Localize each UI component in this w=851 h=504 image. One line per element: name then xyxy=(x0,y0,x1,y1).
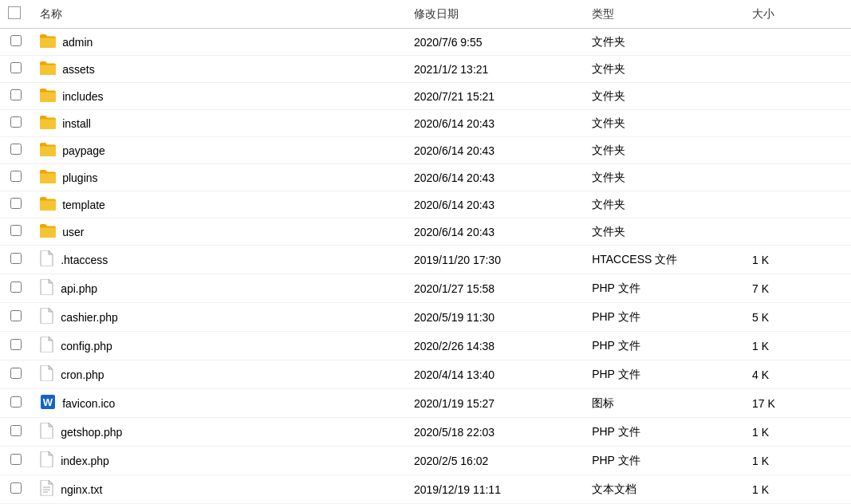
row-size-cell xyxy=(744,110,851,137)
table-row[interactable]: includes 2020/7/21 15:21文件夹 xyxy=(0,83,851,110)
file-name[interactable]: plugins xyxy=(62,171,97,184)
table-row[interactable]: template 2020/6/14 20:43文件夹 xyxy=(0,191,851,219)
row-type-cell: PHP 文件 xyxy=(584,360,744,389)
row-checkbox-cell[interactable] xyxy=(0,303,32,332)
row-checkbox-cell[interactable] xyxy=(0,447,32,475)
row-date-cell: 2020/6/14 20:43 xyxy=(406,137,584,164)
row-name-cell: getshop.php xyxy=(32,418,406,447)
row-checkbox[interactable] xyxy=(10,198,22,209)
row-checkbox-cell[interactable] xyxy=(0,219,32,246)
row-checkbox[interactable] xyxy=(10,482,22,494)
file-name[interactable]: paypage xyxy=(62,144,105,157)
file-name[interactable]: cron.php xyxy=(61,368,104,381)
table-row[interactable]: cron.php 2020/4/14 13:40PHP 文件4 K xyxy=(0,360,851,389)
row-checkbox[interactable] xyxy=(10,368,22,379)
row-checkbox[interactable] xyxy=(10,171,22,182)
row-checkbox-cell[interactable] xyxy=(0,360,32,389)
row-checkbox[interactable] xyxy=(10,89,22,100)
file-name[interactable]: cashier.php xyxy=(61,311,118,324)
file-name[interactable]: getshop.php xyxy=(61,426,122,439)
row-checkbox-cell[interactable] xyxy=(0,332,32,360)
row-type-cell: 文件夹 xyxy=(584,83,744,110)
row-name-cell: template xyxy=(32,191,406,219)
row-checkbox-cell[interactable] xyxy=(0,56,32,83)
file-name[interactable]: nginx.txt xyxy=(61,483,102,496)
row-checkbox[interactable] xyxy=(10,425,22,436)
table-row[interactable]: config.php 2020/2/26 14:38PHP 文件1 K xyxy=(0,332,851,360)
file-name[interactable]: admin xyxy=(62,36,93,49)
row-date-cell: 2020/6/14 20:43 xyxy=(406,191,584,219)
row-type-cell: 文本文档 xyxy=(584,475,744,504)
header-type: 类型 xyxy=(584,0,744,29)
row-checkbox-cell[interactable] xyxy=(0,110,32,137)
file-name[interactable]: includes xyxy=(62,90,103,103)
row-size-cell: 5 K xyxy=(744,303,851,332)
row-date-cell: 2020/1/27 15:58 xyxy=(406,274,584,303)
row-checkbox[interactable] xyxy=(10,454,22,465)
row-checkbox-cell[interactable] xyxy=(0,83,32,110)
file-table: 名称 修改日期 类型 大小 admin 2020/7/6 9:55文件夹 ass… xyxy=(0,0,851,504)
row-checkbox[interactable] xyxy=(10,339,22,350)
row-checkbox[interactable] xyxy=(10,35,22,46)
row-checkbox[interactable] xyxy=(10,310,22,321)
table-row[interactable]: assets 2021/1/2 13:21文件夹 xyxy=(0,56,851,83)
row-checkbox-cell[interactable] xyxy=(0,246,32,274)
row-name-cell: install xyxy=(32,110,406,137)
row-checkbox-cell[interactable] xyxy=(0,137,32,164)
row-checkbox[interactable] xyxy=(10,282,22,293)
row-checkbox[interactable] xyxy=(10,116,22,128)
file-name[interactable]: user xyxy=(62,226,84,238)
file-name[interactable]: assets xyxy=(62,63,94,76)
row-checkbox-cell[interactable] xyxy=(0,389,32,418)
row-type-cell: PHP 文件 xyxy=(584,303,744,332)
row-type-cell: 文件夹 xyxy=(584,110,744,137)
checkbox-header-box[interactable] xyxy=(8,6,21,19)
table-row[interactable]: api.php 2020/1/27 15:58PHP 文件7 K xyxy=(0,274,851,303)
row-size-cell xyxy=(744,191,851,219)
table-row[interactable]: user 2020/6/14 20:43文件夹 xyxy=(0,219,851,246)
row-checkbox-cell[interactable] xyxy=(0,418,32,447)
table-row[interactable]: index.php 2020/2/5 16:02PHP 文件1 K xyxy=(0,447,851,475)
row-checkbox[interactable] xyxy=(10,62,22,73)
row-checkbox[interactable] xyxy=(10,396,22,408)
row-name-cell: plugins xyxy=(32,164,406,191)
file-name[interactable]: api.php xyxy=(61,282,97,295)
file-name[interactable]: favicon.ico xyxy=(62,397,115,410)
file-icon xyxy=(40,337,54,355)
table-row[interactable]: W favicon.ico 2020/1/19 15:27图标17 K xyxy=(0,389,851,418)
row-checkbox-cell[interactable] xyxy=(0,274,32,303)
row-size-cell xyxy=(744,56,851,83)
row-size-cell xyxy=(744,83,851,110)
table-row[interactable]: install 2020/6/14 20:43文件夹 xyxy=(0,110,851,137)
row-checkbox[interactable] xyxy=(10,144,22,155)
row-checkbox[interactable] xyxy=(10,225,22,236)
row-checkbox-cell[interactable] xyxy=(0,164,32,191)
table-row[interactable]: nginx.txt 2019/12/19 11:11文本文档1 K xyxy=(0,475,851,504)
row-checkbox-cell[interactable] xyxy=(0,191,32,219)
table-row[interactable]: paypage 2020/6/14 20:43文件夹 xyxy=(0,137,851,164)
table-row[interactable]: getshop.php 2020/5/18 22:03PHP 文件1 K xyxy=(0,418,851,447)
row-size-cell: 1 K xyxy=(744,447,851,475)
file-name[interactable]: install xyxy=(62,117,91,130)
file-name[interactable]: template xyxy=(62,199,105,211)
favicon-icon: W xyxy=(40,394,56,412)
file-name[interactable]: index.php xyxy=(61,455,109,467)
row-checkbox[interactable] xyxy=(10,253,22,264)
row-checkbox-cell[interactable] xyxy=(0,475,32,504)
row-checkbox-cell[interactable] xyxy=(0,29,32,56)
row-type-cell: HTACCESS 文件 xyxy=(584,246,744,274)
table-row[interactable]: plugins 2020/6/14 20:43文件夹 xyxy=(0,164,851,191)
header-checkbox[interactable] xyxy=(0,0,32,29)
header-date: 修改日期 xyxy=(406,0,584,29)
row-date-cell: 2019/12/19 11:11 xyxy=(406,475,584,504)
table-row[interactable]: admin 2020/7/6 9:55文件夹 xyxy=(0,29,851,56)
row-name-cell: api.php xyxy=(32,274,406,303)
file-icon xyxy=(40,365,54,384)
row-type-cell: 图标 xyxy=(584,389,744,418)
file-name[interactable]: .htaccess xyxy=(61,254,108,266)
table-row[interactable]: .htaccess 2019/11/20 17:30HTACCESS 文件1 K xyxy=(0,246,851,274)
file-name[interactable]: config.php xyxy=(61,340,112,352)
row-size-cell xyxy=(744,137,851,164)
row-size-cell: 1 K xyxy=(744,332,851,360)
table-row[interactable]: cashier.php 2020/5/19 11:30PHP 文件5 K xyxy=(0,303,851,332)
